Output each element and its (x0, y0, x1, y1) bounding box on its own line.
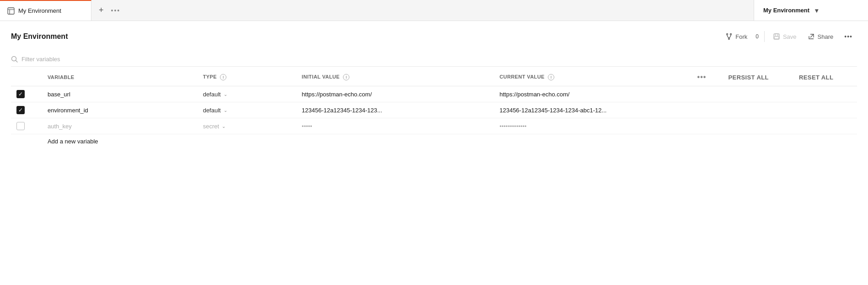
share-button[interactable]: Share (803, 30, 838, 43)
add-row-current (494, 134, 691, 149)
type-chevron: ⌄ (224, 92, 227, 97)
row-persist-cell (723, 102, 793, 118)
row-persist-cell (723, 86, 793, 102)
header-actions: Fork 0 Save Share (721, 30, 857, 43)
row-menu-button[interactable] (692, 102, 723, 118)
row-initial-value[interactable]: https://postman-echo.com/ (296, 86, 494, 102)
env-selector-chevron: ▾ (815, 7, 818, 14)
row-variable-name: environment_id (42, 102, 198, 118)
checkbox-checked[interactable]: ✓ (16, 106, 25, 114)
tab-label: My Environment (18, 7, 61, 14)
row-current-value[interactable]: https://postman-echo.com/ (494, 86, 691, 102)
col-header-reset[interactable]: Reset All (793, 69, 857, 86)
type-info-icon[interactable]: i (220, 74, 226, 80)
environment-tab-icon (7, 7, 15, 15)
add-row-check (11, 134, 42, 149)
content-header: My Environment Fork 0 (11, 30, 857, 43)
svg-point-4 (730, 34, 732, 35)
fork-button[interactable]: Fork (721, 30, 752, 43)
row-checkbox-cell[interactable] (11, 118, 42, 134)
variables-table: VARIABLE TYPE i INITIAL VALUE i CURRENT … (11, 69, 857, 148)
tab-controls: + ••• (91, 0, 128, 21)
page-title: My Environment (11, 32, 68, 41)
environment-selector[interactable]: My Environment ▾ (754, 0, 868, 21)
add-row-reset (793, 134, 857, 149)
row-checkbox-cell[interactable]: ✓ (11, 102, 42, 118)
add-variable-cell[interactable]: Add a new variable (42, 134, 198, 149)
tab-more-button[interactable]: ••• (111, 7, 121, 14)
add-row-menu (692, 134, 723, 149)
type-label: default (203, 91, 221, 98)
main-content: My Environment Fork 0 (0, 21, 868, 158)
svg-point-5 (729, 38, 730, 40)
col-header-persist[interactable]: Persist All (723, 69, 793, 86)
save-label: Save (783, 33, 797, 40)
fork-icon (725, 33, 733, 40)
table-row: ✓environment_iddefault⌄123456-12a12345-1… (11, 102, 857, 118)
svg-rect-8 (774, 37, 779, 39)
add-row-persist (723, 134, 793, 149)
row-type[interactable]: default⌄ (198, 86, 296, 102)
row-type[interactable]: secret⌄ (198, 118, 296, 134)
share-icon (808, 33, 815, 40)
row-current-value[interactable]: 123456-12a12345-1234-1234-abc1-12... (494, 102, 691, 118)
col-header-current: CURRENT VALUE i (494, 69, 691, 86)
svg-point-3 (727, 34, 728, 35)
table-header-row: VARIABLE TYPE i INITIAL VALUE i CURRENT … (11, 69, 857, 86)
type-chevron: ⌄ (224, 108, 227, 113)
row-menu-button[interactable] (692, 118, 723, 134)
fork-label: Fork (735, 33, 747, 40)
col-header-type: TYPE i (198, 69, 296, 86)
checkbox-checked[interactable]: ✓ (16, 90, 25, 98)
add-row-type (198, 134, 296, 149)
more-options-button[interactable]: ••• (840, 30, 857, 43)
checkbox-unchecked[interactable] (16, 122, 25, 130)
svg-point-9 (12, 57, 16, 61)
row-current-value[interactable]: ••••••••••••• (494, 118, 691, 134)
type-label: secret (203, 123, 219, 130)
current-info-icon[interactable]: i (548, 74, 554, 80)
row-reset-cell (793, 86, 857, 102)
more-dots-icon: ••• (844, 33, 852, 40)
fork-divider (764, 31, 765, 42)
search-icon (11, 56, 18, 63)
save-icon (773, 33, 780, 40)
svg-rect-0 (8, 8, 14, 14)
tab-bar: My Environment + ••• My Environment ▾ (0, 0, 868, 21)
add-tab-button[interactable]: + (99, 5, 104, 15)
add-row-initial (296, 134, 494, 149)
row-initial-value[interactable]: 123456-12a12345-1234-123... (296, 102, 494, 118)
row-variable-name: auth_key (42, 118, 198, 134)
col-header-menu: ••• (692, 69, 723, 86)
row-persist-cell (723, 118, 793, 134)
save-button[interactable]: Save (768, 30, 801, 43)
row-variable-name: base_url (42, 86, 198, 102)
col-menu-dots: ••• (697, 73, 707, 81)
share-label: Share (818, 33, 834, 40)
row-reset-cell (793, 102, 857, 118)
row-type[interactable]: default⌄ (198, 102, 296, 118)
add-variable-row[interactable]: Add a new variable (11, 134, 857, 149)
table-row: auth_keysecret⌄•••••••••••••••••• (11, 118, 857, 134)
row-initial-value[interactable]: ••••• (296, 118, 494, 134)
filter-variables-input[interactable] (21, 56, 159, 63)
row-reset-cell (793, 118, 857, 134)
active-tab[interactable]: My Environment (0, 0, 91, 21)
row-menu-button[interactable] (692, 86, 723, 102)
row-checkbox-cell[interactable]: ✓ (11, 86, 42, 102)
svg-rect-7 (775, 34, 778, 36)
env-selector-label: My Environment (763, 7, 809, 14)
initial-info-icon[interactable]: i (343, 74, 349, 80)
col-header-variable: VARIABLE (42, 69, 198, 86)
table-row: ✓base_urldefault⌄https://postman-echo.co… (11, 86, 857, 102)
type-chevron: ⌄ (222, 124, 225, 129)
type-label: default (203, 107, 221, 114)
col-header-initial: INITIAL VALUE i (296, 69, 494, 86)
col-header-check (11, 69, 42, 86)
fork-count: 0 (754, 33, 761, 40)
filter-bar (11, 52, 857, 67)
